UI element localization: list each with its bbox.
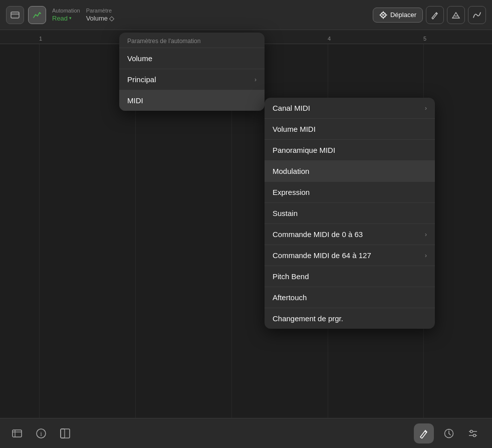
dropdown-item-changement-prgr[interactable]: Changement de prgr.: [265, 308, 435, 329]
ruler-mark-5: 5: [423, 36, 426, 42]
automation-chevron-icon: ▾: [69, 16, 72, 21]
move-button[interactable]: Déplacer: [373, 8, 423, 23]
changement-prgr-label: Changement de prgr.: [273, 314, 343, 323]
dropdown-item-pitch-bend[interactable]: Pitch Bend: [265, 266, 435, 287]
svg-rect-0: [11, 12, 19, 18]
expression-label: Expression: [273, 188, 310, 196]
automation-value-button[interactable]: Read ▾: [52, 15, 72, 22]
dropdown-item-principal[interactable]: Principal ›: [119, 69, 265, 90]
eraser-tool-button[interactable]: [447, 6, 465, 24]
dropdown-item-commande-0-63[interactable]: Commande MIDI de 0 à 63 ›: [265, 224, 435, 245]
dropdown-item-panoramique-midi[interactable]: Panoramique MIDI: [265, 140, 435, 161]
sliders-icon-button[interactable]: [464, 424, 482, 442]
sustain-label: Sustain: [273, 209, 298, 217]
svg-rect-10: [61, 429, 65, 438]
dropdown-volume-label: Volume: [127, 54, 152, 63]
svg-text:i: i: [40, 430, 42, 437]
dropdown-item-expression[interactable]: Expression: [265, 182, 435, 203]
principal-arrow-icon: ›: [255, 76, 257, 83]
param-group: Paramètre Volume ◇: [86, 8, 114, 22]
dropdown-item-volume[interactable]: Volume: [119, 48, 265, 69]
clock-icon-button[interactable]: [440, 424, 458, 442]
volume-midi-label: Volume MIDI: [273, 125, 316, 133]
param-chevron-icon: ◇: [109, 15, 114, 22]
param-label: Paramètre: [86, 8, 112, 14]
toolbar-right: Déplacer: [373, 6, 486, 24]
canal-midi-label: Canal MIDI: [273, 104, 310, 112]
ruler-mark-4: 4: [328, 36, 331, 42]
info-icon-button[interactable]: i: [34, 426, 48, 440]
toolbar-left: Automation Read ▾ Paramètre Volume ◇: [6, 6, 369, 24]
param-value-button[interactable]: Volume ◇: [86, 15, 114, 22]
automation-mode-button[interactable]: [28, 6, 46, 24]
svg-rect-9: [61, 429, 70, 438]
dropdown-item-canal-midi[interactable]: Canal MIDI ›: [265, 98, 435, 119]
automation-read-text: Read: [52, 15, 68, 22]
library-icon-button[interactable]: [10, 426, 24, 440]
canal-midi-arrow-icon: ›: [425, 105, 427, 112]
dropdown-item-sustain[interactable]: Sustain: [265, 203, 435, 224]
dropdown-item-aftertouch[interactable]: Aftertouch: [265, 287, 435, 308]
commande-0-63-arrow-icon: ›: [425, 231, 427, 238]
aftertouch-label: Aftertouch: [273, 293, 307, 302]
ruler-mark-1: 1: [39, 36, 42, 42]
dropdown-principal-label: Principal: [127, 75, 156, 84]
commande-64-127-arrow-icon: ›: [425, 252, 427, 259]
midi-submenu-dropdown: Canal MIDI › Volume MIDI Panoramique MID…: [265, 98, 435, 329]
dropdown-midi-label: MIDI: [127, 96, 143, 105]
dropdown-header: Paramètres de l'automation: [119, 33, 265, 48]
panel-icon-button[interactable]: [58, 426, 72, 440]
automation-group: Automation Read ▾: [52, 8, 80, 22]
automation-label: Automation: [52, 8, 80, 14]
modulation-label: Modulation: [273, 167, 309, 175]
param-volume-text: Volume: [86, 15, 108, 22]
curve-tool-button[interactable]: [468, 6, 486, 24]
bottom-left-icons: i: [10, 426, 72, 440]
dropdown-item-modulation[interactable]: Modulation: [265, 161, 435, 182]
svg-rect-4: [13, 430, 22, 437]
bottom-toolbar: i: [0, 418, 492, 448]
primary-dropdown: Paramètres de l'automation Volume Princi…: [119, 33, 265, 111]
dropdown-item-volume-midi[interactable]: Volume MIDI: [265, 119, 435, 140]
commande-64-127-label: Commande MIDI de 64 à 127: [273, 251, 371, 260]
dropdown-item-midi[interactable]: MIDI: [119, 90, 265, 111]
svg-point-16: [470, 430, 473, 432]
move-button-label: Déplacer: [390, 11, 416, 19]
main-toolbar: Automation Read ▾ Paramètre Volume ◇ Dép…: [0, 0, 492, 30]
bottom-right-icons: [414, 423, 482, 443]
dropdown-item-commande-64-127[interactable]: Commande MIDI de 64 à 127 ›: [265, 245, 435, 266]
panoramique-midi-label: Panoramique MIDI: [273, 146, 335, 154]
svg-line-13: [449, 433, 450, 435]
pencil-tool-button[interactable]: [426, 6, 444, 24]
pen-active-button[interactable]: [414, 423, 434, 443]
commande-0-63-label: Commande MIDI de 0 à 63: [273, 230, 363, 239]
svg-point-17: [473, 434, 476, 436]
pitch-bend-label: Pitch Bend: [273, 272, 309, 281]
automation-dropdown-container: Paramètres de l'automation Volume Princi…: [119, 33, 265, 111]
window-toggle-button[interactable]: [6, 6, 24, 24]
